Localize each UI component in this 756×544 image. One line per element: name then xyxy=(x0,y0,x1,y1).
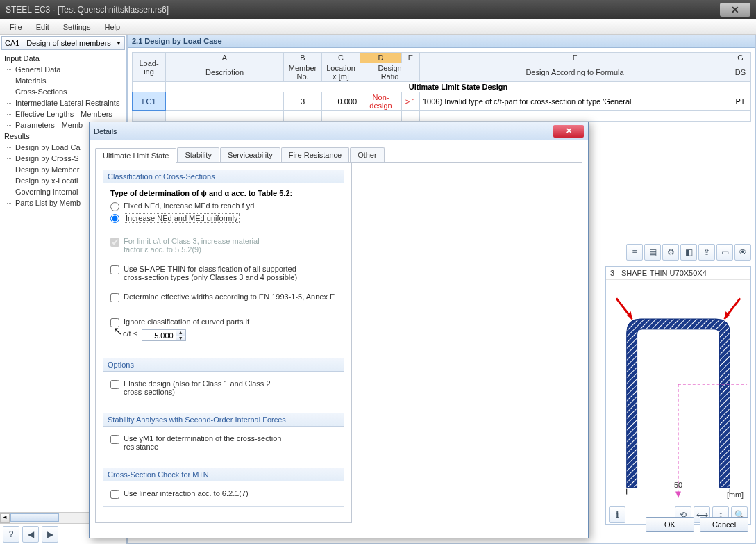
cell-lc[interactable]: LC1 xyxy=(133,92,166,111)
col-g[interactable]: G xyxy=(730,53,751,63)
details-dialog: Details ✕ Ultimate Limit State Stability… xyxy=(89,122,589,538)
col-loading[interactable]: Load- ing xyxy=(133,53,166,82)
unit-label: [mm] xyxy=(727,491,744,499)
chk-ignore-curved-input[interactable] xyxy=(110,318,119,327)
group-header: Classification of Cross-Sections xyxy=(103,170,344,183)
chk-linear-interaction-input[interactable] xyxy=(110,490,119,499)
group-header: Options xyxy=(103,358,344,372)
chk-limit-ct: For limit c/t of Class 3, increase mater… xyxy=(110,237,337,254)
radio-fixed-ned-input[interactable] xyxy=(110,202,119,211)
tab-ultimate-limit-state[interactable]: Ultimate Limit State xyxy=(95,148,176,163)
menu-file[interactable]: File xyxy=(3,22,29,33)
scroll-thumb[interactable] xyxy=(10,513,59,522)
table-row[interactable]: LC1 3 0.000 Non-design > 1 1006) Invalid… xyxy=(133,92,751,111)
radio-label: Increase NEd and MEd uniformly xyxy=(124,213,240,223)
dim-label: 50 xyxy=(674,481,682,489)
tab-stability[interactable]: Stability xyxy=(177,147,219,162)
chk-label: Use SHAPE-THIN for classification of all… xyxy=(124,265,297,281)
tree-item[interactable]: Materials xyxy=(0,75,126,86)
menu-help[interactable]: Help xyxy=(97,22,127,33)
group-stability-analyses: Stability Analyses with Second-Order Int… xyxy=(103,413,344,459)
col-formula[interactable]: Design According to Formula xyxy=(420,63,730,82)
tab-fire-resistance[interactable]: Fire Resistance xyxy=(281,147,349,162)
grid-header-row-1: Load- ing A B C D E F G xyxy=(133,53,751,63)
window-close-button[interactable]: ✕ xyxy=(720,3,750,17)
radio-increase-uniformly[interactable]: Increase NEd and MEd uniformly xyxy=(110,213,337,223)
window-title: STEEL EC3 - [Test Querschnittsklassen.rs… xyxy=(6,5,720,15)
filter-icon[interactable]: ≡ xyxy=(626,244,643,261)
ct-input[interactable] xyxy=(142,331,176,340)
col-a[interactable]: A xyxy=(166,53,284,63)
tree-item[interactable]: Cross-Sections xyxy=(0,86,126,97)
chart-icon[interactable]: ▤ xyxy=(644,244,661,261)
results-grid[interactable]: Load- ing A B C D E F G Description Memb… xyxy=(132,52,751,122)
col-ds[interactable]: DS xyxy=(730,63,751,82)
dialog-title-text: Details xyxy=(94,127,117,135)
grid-section-row: Ultimate Limit State Design xyxy=(133,82,751,92)
dialog-footer-buttons: OK Cancel xyxy=(646,517,748,532)
tree-item[interactable]: Intermediate Lateral Restraints xyxy=(0,97,126,108)
chk-effective-widths[interactable]: Determine effective widths according to … xyxy=(110,292,337,302)
main-header: 2.1 Design by Load Case xyxy=(128,35,755,48)
chk-elastic-design[interactable]: Elastic design (also for Class 1 and Cla… xyxy=(110,379,337,396)
cancel-button[interactable]: Cancel xyxy=(700,517,748,532)
chk-gamma-m1-input[interactable] xyxy=(110,435,119,444)
nav-next-icon[interactable]: ▶ xyxy=(42,526,58,543)
cross-section-preview: 3 - SHAPE-THIN U70X50X4 xyxy=(605,266,751,525)
menu-settings[interactable]: Settings xyxy=(56,22,98,33)
eye-icon[interactable]: 👁 xyxy=(734,244,751,261)
chk-shape-thin[interactable]: Use SHAPE-THIN for classification of all… xyxy=(110,265,337,281)
col-c[interactable]: C xyxy=(322,53,360,63)
group-mn-check: Cross-Section Check for M+N Use linear i… xyxy=(103,468,344,507)
tab-panel: Classification of Cross-Sections Type of… xyxy=(95,163,352,523)
cell-gt1: > 1 xyxy=(402,92,420,111)
chk-linear-interaction[interactable]: Use linear interaction acc. to 6.2.1(7) xyxy=(110,489,337,499)
tree-item[interactable]: Effective Lengths - Members xyxy=(0,108,126,119)
col-f[interactable]: F xyxy=(420,53,730,63)
grid-header-row-2: Description Member No. Location x [m] De… xyxy=(133,63,751,82)
col-location[interactable]: Location x [m] xyxy=(322,63,360,82)
settings-icon[interactable]: ⚙ xyxy=(662,244,679,261)
radio-fixed-ned[interactable]: Fixed NEd, increase MEd to reach f yd xyxy=(110,201,337,211)
chk-label: Ignore classification of curved parts if xyxy=(124,318,249,326)
help-icon[interactable]: ? xyxy=(3,526,19,543)
chk-effective-widths-input[interactable] xyxy=(110,293,119,302)
col-b[interactable]: B xyxy=(284,53,322,63)
table-row[interactable] xyxy=(133,111,751,122)
tree-input-data[interactable]: Input Data xyxy=(0,53,126,64)
scroll-left-icon[interactable]: ◄ xyxy=(0,513,10,523)
svg-marker-6 xyxy=(675,492,681,498)
tab-serviceability[interactable]: Serviceability xyxy=(220,147,280,162)
col-e[interactable]: E xyxy=(402,53,420,63)
dialog-close-button[interactable]: ✕ xyxy=(553,125,584,138)
tree-item[interactable]: General Data xyxy=(0,64,126,75)
group-header: Stability Analyses with Second-Order Int… xyxy=(103,413,344,427)
chk-elastic-design-input[interactable] xyxy=(110,380,119,389)
ok-button[interactable]: OK xyxy=(646,517,694,532)
chk-shape-thin-input[interactable] xyxy=(110,265,119,274)
chk-ignore-curved[interactable]: Ignore classification of curved parts if… xyxy=(110,318,337,327)
spin-up-icon[interactable]: ▲ xyxy=(176,330,185,336)
chk-gamma-m1[interactable]: Use γM1 for determination of the cross-s… xyxy=(110,434,337,451)
tab-other[interactable]: Other xyxy=(350,147,385,162)
ct-spinner[interactable]: ▲▼ xyxy=(142,329,186,341)
col-member-no[interactable]: Member No. xyxy=(284,63,322,82)
info-icon[interactable]: ℹ xyxy=(609,506,625,523)
radio-increase-input[interactable] xyxy=(110,214,119,223)
chk-label: Use γM1 for determination of the cross-s… xyxy=(124,434,281,451)
spin-down-icon[interactable]: ▼ xyxy=(176,336,185,341)
group-classification: Classification of Cross-Sections Type of… xyxy=(103,170,344,349)
export-icon[interactable]: ⇪ xyxy=(698,244,715,261)
menu-edit[interactable]: Edit xyxy=(29,22,56,33)
colors-icon[interactable]: ◧ xyxy=(680,244,697,261)
dialog-titlebar[interactable]: Details ✕ xyxy=(90,122,588,140)
case-dropdown[interactable]: CA1 - Design of steel members ▼ xyxy=(1,36,125,50)
window-titlebar: STEEL EC3 - [Test Querschnittsklassen.rs… xyxy=(0,0,756,19)
col-description[interactable]: Description xyxy=(166,63,284,82)
col-d[interactable]: D xyxy=(360,53,402,63)
select-icon[interactable]: ▭ xyxy=(716,244,733,261)
col-design-ratio[interactable]: Design Ratio xyxy=(360,63,420,82)
nav-prev-icon[interactable]: ◀ xyxy=(22,526,39,543)
results-grid-wrap: Load- ing A B C D E F G Description Memb… xyxy=(128,48,755,126)
cell-formula: 1006) Invalid type of c/t-part for cross… xyxy=(420,92,730,111)
